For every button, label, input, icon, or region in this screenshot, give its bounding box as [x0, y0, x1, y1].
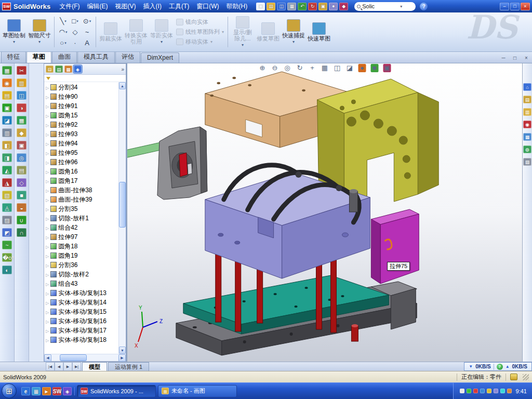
scroll-right-icon[interactable]: ▶ — [118, 354, 126, 362]
expand-arrow-icon[interactable] — [46, 261, 49, 269]
task-pane-icon[interactable]: ▧ — [523, 158, 531, 166]
standard-toolbar-icon[interactable]: ↶ — [298, 3, 307, 10]
feature-tree-item[interactable]: 圆角15 — [44, 111, 118, 120]
dock-tool-icon[interactable]: ▥ — [2, 128, 12, 137]
dock-tool-icon[interactable]: ◑ — [17, 103, 26, 112]
command-row[interactable]: 移动实体 — [176, 38, 224, 46]
part-insert-block[interactable] — [371, 209, 419, 284]
commandmanager-tab[interactable]: 评估 — [115, 51, 140, 63]
view-tool-icon[interactable]: ● — [358, 64, 366, 72]
expand-arrow-icon[interactable] — [46, 84, 49, 91]
tree-vertical-scrollbar[interactable]: ▲ ▼ — [118, 82, 126, 354]
menu-item[interactable]: 帮助(H) — [223, 1, 251, 12]
dock-tool-icon[interactable]: �от — [2, 253, 12, 262]
dock-tool-icon[interactable]: ◪ — [2, 116, 12, 125]
expand-arrow-icon[interactable] — [46, 158, 49, 166]
sketch-tool-icon[interactable]: □ — [69, 16, 81, 26]
view-tool-icon[interactable]: ◎ — [284, 64, 291, 72]
feature-tree-item[interactable]: 拉伸91 — [44, 101, 118, 111]
search-chevron-icon[interactable]: ▾ — [400, 4, 402, 9]
view-tool-icon[interactable]: ▣ — [383, 64, 391, 72]
dock-tool-icon[interactable]: ◭ — [2, 166, 12, 175]
dock-tool-icon[interactable]: ▤ — [2, 91, 12, 100]
expand-arrow-icon[interactable] — [46, 243, 49, 250]
part-cam-unit[interactable] — [157, 127, 207, 200]
net-help-icon[interactable]: ? — [497, 364, 503, 370]
feature-tree-item[interactable]: 圆角18 — [44, 242, 118, 251]
tab-nav-icon[interactable]: ▶| — [72, 362, 81, 371]
quick-launch-icon[interactable]: SW — [52, 387, 61, 395]
expand-arrow-icon[interactable] — [46, 252, 49, 259]
feature-tree-item[interactable]: 曲面-拉伸38 — [44, 185, 118, 195]
expand-arrow-icon[interactable] — [46, 168, 49, 175]
manager-tab-icon[interactable]: ◈ — [74, 65, 82, 73]
command-button[interactable]: 草图绘制 — [2, 14, 26, 50]
help-icon[interactable]: ? — [420, 3, 428, 10]
task-pane-icon[interactable]: ▦ — [523, 133, 531, 141]
dock-tool-icon[interactable]: ▨ — [2, 216, 12, 224]
document-tab[interactable]: 运动算例 1 — [108, 362, 149, 371]
minimize-button[interactable]: – — [500, 3, 509, 10]
tab-nav-icon[interactable]: ◀ — [55, 362, 63, 371]
sketch-tool-icon[interactable]: ~ — [81, 26, 93, 37]
command-button[interactable]: 快速草图 — [307, 14, 331, 50]
search-box[interactable]: ▾ — [354, 2, 416, 11]
dock-tool-icon[interactable]: ◬ — [2, 203, 12, 212]
dock-tool-icon[interactable]: ∩ — [17, 228, 26, 237]
sketch-tool-icon[interactable]: ◇ — [69, 26, 81, 37]
dock-tool-icon[interactable]: ▣ — [2, 103, 12, 112]
feature-tree-item[interactable]: 分割34 — [44, 83, 118, 92]
dock-tool-icon[interactable]: ◒ — [17, 203, 26, 212]
dock-tool-icon[interactable]: ◧ — [2, 141, 12, 150]
dock-tool-icon[interactable]: ∪ — [17, 216, 26, 224]
view-tool-icon[interactable]: ◫ — [334, 64, 341, 72]
dock-tool-icon[interactable]: ◨ — [2, 153, 12, 162]
scroll-up-icon[interactable]: ▲ — [119, 82, 126, 89]
quick-launch-icon[interactable]: ◈ — [63, 387, 72, 395]
tab-nav-icon[interactable]: |◀ — [46, 362, 55, 371]
expand-arrow-icon[interactable] — [46, 327, 49, 334]
command-button[interactable]: 转换实体引用 — [124, 14, 148, 50]
dock-tool-icon[interactable]: ~ — [2, 241, 12, 249]
search-input[interactable] — [362, 3, 398, 9]
dock-tool-icon[interactable]: ◉ — [2, 78, 12, 87]
menu-item[interactable]: 视图(V) — [112, 1, 140, 12]
dock-tool-icon[interactable]: ■ — [17, 191, 26, 200]
maximize-button[interactable]: □ — [510, 3, 520, 10]
taskbar-task-button[interactable]: ▨ 未命名 - 画图 — [158, 385, 237, 397]
dock-tool-icon[interactable]: ◐ — [2, 265, 12, 274]
menu-item[interactable]: 编辑(E) — [84, 1, 112, 12]
doc-close-button[interactable]: × — [523, 55, 530, 61]
expand-arrow-icon[interactable] — [46, 233, 49, 241]
view-tool-icon[interactable]: ◪ — [346, 64, 354, 72]
expand-arrow-icon[interactable] — [46, 289, 49, 297]
close-button[interactable]: × — [521, 3, 530, 10]
expand-arrow-icon[interactable] — [46, 130, 49, 138]
feature-tree-item[interactable]: 切除-放样2 — [44, 270, 118, 279]
dock-tool-icon[interactable]: ▦ — [2, 66, 12, 75]
expand-arrow-icon[interactable] — [46, 336, 49, 343]
commandmanager-tab[interactable]: 草图 — [26, 51, 51, 63]
tray-icon[interactable] — [460, 389, 464, 393]
manager-tab-icon[interactable]: ⊟ — [46, 65, 54, 73]
dock-tool-icon[interactable]: ◫ — [17, 91, 26, 100]
feature-tree-item[interactable]: 分割35 — [44, 204, 118, 214]
taskbar-task-button[interactable]: SW SolidWorks 2009 - ... — [77, 385, 156, 397]
command-row[interactable]: 线性草图阵列 — [176, 28, 224, 36]
tray-icon[interactable] — [480, 389, 485, 393]
model-canvas[interactable]: Y Z X — [127, 63, 522, 362]
feature-tree-item[interactable]: 拉伸92 — [44, 120, 118, 129]
scroll-left-icon[interactable]: ◀ — [44, 354, 51, 362]
feature-tree-item[interactable]: 拉伸95 — [44, 148, 118, 157]
graphics-area[interactable]: Y Z X ⊕ ⊖ ◎ ↻ + ▦ — [127, 63, 522, 362]
tree-horizontal-scrollbar[interactable]: ◀ ▶ — [44, 354, 126, 361]
expand-arrow-icon[interactable] — [46, 112, 49, 119]
tray-icon[interactable] — [487, 389, 491, 393]
commandmanager-tab[interactable]: 特征 — [1, 51, 26, 63]
feature-tree-item[interactable]: 实体-移动/复制14 — [44, 298, 118, 307]
expand-arrow-icon[interactable] — [46, 149, 49, 156]
menu-item[interactable]: 窗口(W) — [193, 1, 222, 12]
view-tool-icon[interactable]: ⊕ — [259, 64, 267, 72]
dock-tool-icon[interactable]: ▧ — [2, 191, 12, 200]
feature-tree-item[interactable]: 实体-移动/复制16 — [44, 316, 118, 326]
